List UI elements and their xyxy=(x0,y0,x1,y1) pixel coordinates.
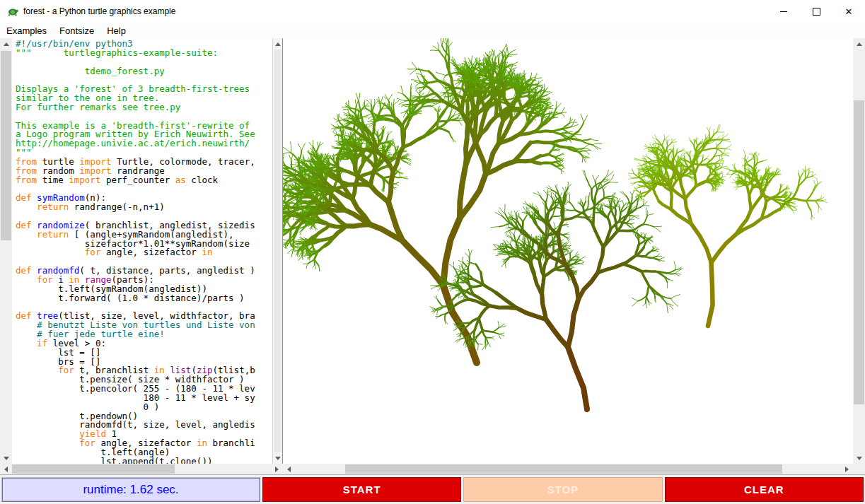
text-hscroll-thumb[interactable] xyxy=(12,464,175,474)
code-line: from time import perf_counter as clock xyxy=(16,176,272,185)
start-button[interactable]: START xyxy=(262,477,461,502)
divider-scroll-thumb[interactable] xyxy=(274,49,281,452)
scroll-row xyxy=(0,464,865,475)
scroll-corner xyxy=(853,464,865,474)
canvas-horizontal-scrollbar[interactable] xyxy=(283,464,853,474)
text-horizontal-scrollbar[interactable] xyxy=(0,464,283,474)
window-title: forest - a Python turtle graphics exampl… xyxy=(23,6,175,16)
menu-examples[interactable]: Examples xyxy=(0,23,53,38)
code-line: """ turtlegraphics-example-suite: xyxy=(16,49,272,58)
maximize-icon xyxy=(813,8,820,16)
code-editor[interactable]: #!/usr/bin/env python3""" turtlegraphics… xyxy=(12,38,272,464)
stop-button[interactable]: STOP xyxy=(463,477,662,502)
maximize-button[interactable] xyxy=(800,0,832,23)
statusbar: runtime: 1.62 sec. START STOP CLEAR xyxy=(0,475,865,504)
menu-fontsize[interactable]: Fontsize xyxy=(53,23,100,38)
divider-scrollbar[interactable] xyxy=(272,38,283,464)
code-line: for angle, sizefactor in xyxy=(16,248,272,257)
scroll-up-icon[interactable] xyxy=(273,38,282,49)
app-icon xyxy=(6,5,19,18)
scroll-down-icon[interactable] xyxy=(273,452,282,464)
close-icon: ✕ xyxy=(845,7,853,16)
scroll-down-icon[interactable] xyxy=(853,452,865,464)
scroll-left-icon[interactable] xyxy=(0,464,12,474)
close-button[interactable]: ✕ xyxy=(832,0,865,23)
code-line: lst.append(t.clone()) xyxy=(16,457,272,464)
canvas-vertical-scrollbar[interactable] xyxy=(853,38,865,464)
text-vertical-scrollbar[interactable] xyxy=(0,38,12,464)
text-vscroll-thumb[interactable] xyxy=(1,51,11,240)
menubar: Examples Fontsize Help xyxy=(0,23,865,38)
canvas-vscroll-thumb[interactable] xyxy=(854,100,864,404)
code-line: t.forward( (1.0 * distance)/parts ) xyxy=(16,294,272,303)
scroll-right-icon[interactable] xyxy=(271,464,283,474)
canvas-hscroll-thumb[interactable] xyxy=(345,464,782,474)
titlebar: forest - a Python turtle graphics exampl… xyxy=(0,0,865,23)
app-window: forest - a Python turtle graphics exampl… xyxy=(0,0,865,504)
scroll-down-icon[interactable] xyxy=(0,452,12,464)
scroll-left-icon[interactable] xyxy=(283,464,295,474)
menu-help[interactable]: Help xyxy=(100,23,132,38)
scroll-up-icon[interactable] xyxy=(853,38,865,49)
code-line: return randrange(-n,n+1) xyxy=(16,203,272,212)
minimize-icon xyxy=(780,11,787,12)
scroll-up-icon[interactable] xyxy=(0,38,12,49)
minimize-button[interactable] xyxy=(767,0,800,23)
turtle-canvas[interactable] xyxy=(283,38,853,464)
runtime-label: runtime: 1.62 sec. xyxy=(1,477,260,502)
main-area: #!/usr/bin/env python3""" turtlegraphics… xyxy=(0,38,865,464)
scroll-right-icon[interactable] xyxy=(841,464,853,474)
code-line: http://homepage.univie.ac.at/erich.neuwi… xyxy=(16,139,272,148)
code-line: tdemo_forest.py xyxy=(16,67,272,76)
code-line: For further remarks see tree.py xyxy=(16,103,272,112)
canvas-pane xyxy=(283,38,853,464)
clear-button[interactable]: CLEAR xyxy=(665,477,864,502)
